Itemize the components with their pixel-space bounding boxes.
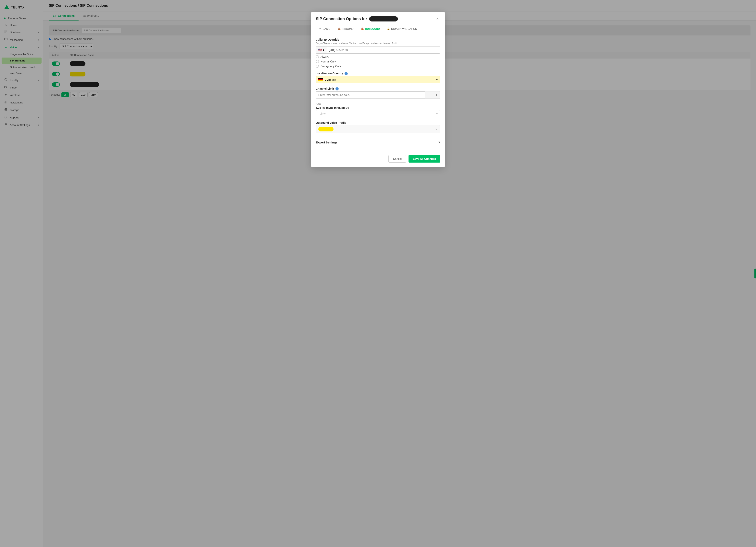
- modal-title-text: SIP Connection Options for: [316, 17, 367, 21]
- expert-settings-label: Expert Settings: [316, 141, 337, 144]
- channel-limit-label: Channel Limit i: [316, 87, 440, 91]
- radio-always[interactable]: Always: [316, 55, 440, 58]
- tab-basic-label: BASIC: [323, 27, 330, 30]
- radio-normal-only-label: Normal Only: [321, 60, 336, 63]
- radio-always-circle: [316, 55, 319, 58]
- radio-emergency-only-label: Emergency Only: [321, 65, 341, 68]
- info-icon[interactable]: i: [345, 72, 348, 75]
- pencil-icon: ✏: [319, 27, 321, 30]
- us-flag-icon: 🇺🇸: [318, 48, 322, 52]
- outbound-icon: 📤: [361, 27, 364, 30]
- phone-flag-dropdown[interactable]: 🇺🇸 ▾: [316, 46, 326, 53]
- modal-header: SIP Connection Options for ████████ ×: [311, 12, 445, 22]
- radio-group-caller-id: Always Normal Only Emergency Only: [316, 55, 440, 68]
- modal-overlay[interactable]: SIP Connection Options for ████████ × ✏ …: [0, 0, 756, 547]
- modal-title: SIP Connection Options for ████████: [316, 16, 398, 21]
- expert-settings-row[interactable]: Expert Settings ▾: [316, 137, 440, 147]
- tab-outbound-label: OUTBOUND: [365, 27, 380, 30]
- tab-basic[interactable]: ✏ BASIC: [316, 25, 334, 33]
- country-name: Germany: [325, 78, 336, 81]
- cancel-button[interactable]: Cancel: [388, 155, 406, 162]
- modal-tabs: ✏ BASIC 📥 INBOUND 📤 OUTBOUND 🔒 DOMAIN VA…: [311, 25, 445, 33]
- channel-decrement-button[interactable]: −: [425, 91, 433, 99]
- radio-normal-only-circle: [316, 60, 319, 63]
- tab-domain-validation[interactable]: 🔒 DOMAIN VALIDATION: [383, 25, 421, 33]
- channel-increment-button[interactable]: +: [433, 91, 440, 99]
- modal-close-button[interactable]: ×: [435, 16, 440, 22]
- fax-dropdown[interactable]: Telnyx ▾: [316, 110, 440, 117]
- germany-flag-icon: [318, 78, 323, 81]
- fax-section-label: FAX: [316, 103, 440, 105]
- phone-input-row: 🇺🇸 ▾: [316, 46, 440, 54]
- modal-footer: Cancel Save All Changes: [311, 152, 445, 167]
- fax-group: FAX T.38 Re-invite Initiated By Telnyx ▾: [316, 103, 440, 117]
- save-all-changes-button[interactable]: Save All Changes: [409, 155, 440, 162]
- domain-icon: 🔒: [387, 27, 390, 30]
- radio-normal-only[interactable]: Normal Only: [316, 60, 440, 63]
- outbound-voice-profile-label: Outbound Voice Profile: [316, 121, 440, 124]
- inbound-icon: 📥: [337, 27, 341, 30]
- voice-profile-pill: ████: [318, 127, 334, 131]
- tab-domain-label: DOMAIN VALIDATION: [391, 27, 417, 30]
- channel-limit-group: Channel Limit i − +: [316, 87, 440, 99]
- tab-inbound-label: INBOUND: [342, 27, 354, 30]
- radio-always-label: Always: [321, 55, 329, 58]
- fax-placeholder: Telnyx: [318, 112, 326, 115]
- chevron-down-icon: ▾: [436, 112, 438, 115]
- chevron-down-icon: ▾: [436, 78, 438, 81]
- expert-chevron-down-icon: ▾: [438, 140, 440, 144]
- voice-profile-field: ████ ✕: [316, 125, 440, 133]
- localization-label: Localization Country i: [316, 72, 440, 75]
- radio-emergency-only[interactable]: Emergency Only: [316, 65, 440, 68]
- info-icon[interactable]: i: [335, 87, 339, 90]
- localization-group: Localization Country i Germany ▾: [316, 72, 440, 83]
- country-flag-text: Germany: [318, 78, 336, 81]
- channel-limit-input[interactable]: [316, 91, 425, 98]
- caller-id-label: Caller ID Override: [316, 38, 440, 41]
- tab-outbound[interactable]: 📤 OUTBOUND: [357, 25, 383, 33]
- outbound-voice-profile-group: Outbound Voice Profile ████ ✕: [316, 121, 440, 133]
- remove-voice-profile-button[interactable]: ✕: [435, 128, 438, 131]
- tab-inbound[interactable]: 📥 INBOUND: [334, 25, 357, 33]
- radio-emergency-only-circle: [316, 65, 319, 68]
- localization-country-dropdown[interactable]: Germany ▾: [316, 76, 440, 83]
- phone-number-input[interactable]: [326, 47, 440, 53]
- channel-limit-row: − +: [316, 91, 440, 99]
- modal-body: Caller ID Override Only a Telnyx phone n…: [311, 33, 445, 152]
- caller-id-group: Caller ID Override Only a Telnyx phone n…: [316, 38, 440, 68]
- caller-id-sublabel: Only a Telnyx phone number or Verified n…: [316, 42, 440, 45]
- fax-field-label: T.38 Re-invite Initiated By: [316, 106, 440, 109]
- modal-connection-name: ████████: [369, 16, 398, 21]
- chevron-down-icon: ▾: [323, 48, 324, 52]
- modal-sip-connection-options: SIP Connection Options for ████████ × ✏ …: [311, 12, 445, 167]
